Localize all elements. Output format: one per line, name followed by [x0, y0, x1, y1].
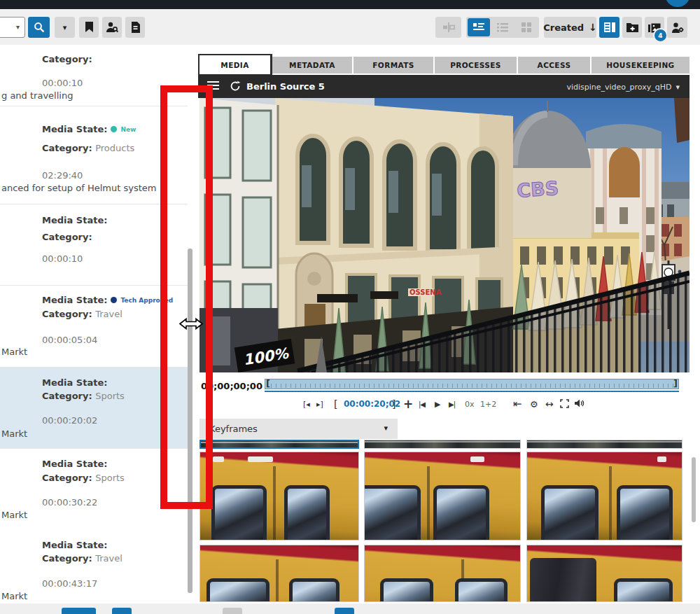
item-title: anced for setup of Helmut system	[1, 183, 156, 193]
user-search-button[interactable]	[102, 17, 122, 38]
view-mode-group	[466, 17, 539, 38]
user-settings-button[interactable]	[667, 17, 687, 38]
next-frame-button[interactable]: ▶|	[449, 397, 455, 411]
previous-frame-button[interactable]: |◀	[419, 397, 425, 411]
saved-searches-button[interactable]	[79, 17, 99, 38]
cafe-sign-text: OSSENA	[410, 288, 442, 296]
format-selector[interactable]: vidispine_video_proxy_qHD ▾	[566, 83, 680, 92]
panel-layout-icon	[604, 22, 615, 32]
chevron-down-icon[interactable]: ▾	[16, 23, 20, 31]
pagination-button[interactable]	[112, 608, 132, 614]
media-bin-count-badge: 4	[653, 28, 668, 43]
keyframe-thumbnail[interactable]	[364, 440, 521, 449]
pagination-button[interactable]	[335, 608, 354, 614]
train-still	[365, 545, 520, 602]
state-dot-new	[111, 126, 117, 132]
list-item[interactable]: Media State: New Category: Products 02:2…	[0, 106, 188, 204]
tab-metadata[interactable]: METADATA	[272, 57, 352, 74]
keyframe-thumbnail[interactable]	[526, 452, 682, 540]
top-bar	[0, 0, 700, 9]
keyframes-dropdown[interactable]: Keyframes ▾	[200, 419, 398, 439]
arrow-down-icon: ↓	[589, 22, 597, 33]
list-item-selected[interactable]: Media State: Category: Sports 00:00:20:0…	[0, 368, 188, 449]
player-header: Berlin Source 5 vidispine_video_proxy_qH…	[198, 75, 690, 98]
sort-created-button[interactable]: Created ↓	[544, 17, 596, 38]
fit-width-icon[interactable]: ↔	[545, 397, 554, 411]
timeline-scrubber[interactable]: [ ]	[265, 379, 679, 389]
goto-in-button[interactable]: [◂	[303, 397, 310, 411]
train-still	[527, 545, 682, 602]
category-row: Category: Travel	[42, 309, 122, 319]
graffiti-text: CBS	[516, 177, 559, 202]
search-input[interactable]: ▾	[0, 17, 25, 38]
keyframe-thumbnail[interactable]	[526, 545, 682, 602]
search-results-list: Category: 00:00:10 g and travelling Medi…	[0, 45, 188, 603]
state-dot-tech-approved	[111, 297, 117, 303]
keyframe-thumbnail[interactable]	[364, 452, 521, 540]
keyframe-thumbnail[interactable]	[364, 545, 521, 602]
tab-housekeeping[interactable]: HOUSEKEEPING	[592, 57, 690, 74]
menu-icon[interactable]	[207, 81, 219, 92]
state-badge: New	[120, 126, 136, 133]
chevron-down-icon: ▾	[676, 83, 680, 92]
list-icon	[497, 22, 508, 32]
play-button[interactable]: ▶	[435, 397, 440, 411]
tab-processes[interactable]: PROCESSES	[435, 57, 517, 74]
grid-view-button[interactable]	[515, 18, 538, 36]
video-still-berlin-street: CBS	[200, 98, 690, 372]
refresh-icon[interactable]	[230, 81, 241, 92]
list-item[interactable]: Media State: Category: Travel 00:00:43:1…	[0, 530, 188, 603]
list-view-button[interactable]	[491, 18, 514, 36]
compare-button[interactable]	[435, 17, 461, 38]
duration: 00:00:30:22	[42, 497, 97, 508]
detail-list-view-button[interactable]	[468, 18, 490, 36]
mark-in-button[interactable]: [	[334, 397, 337, 411]
tab-formats[interactable]: FORMATS	[354, 57, 433, 74]
user-search-icon	[106, 22, 118, 33]
fullscreen-icon[interactable]	[560, 399, 569, 408]
search-button[interactable]	[28, 17, 50, 38]
duration: 00:00:05:04	[42, 335, 97, 345]
item-title: Markt	[1, 510, 27, 520]
mark-out-button[interactable]: ]	[392, 397, 396, 411]
document-button[interactable]	[125, 17, 145, 38]
timeline-progress-track	[265, 391, 679, 392]
list-item[interactable]: Media State: Tech Approved Category: Tra…	[0, 286, 188, 368]
timeline-start-timecode: 00;00;00;00	[201, 381, 262, 391]
keyframe-thumbnail[interactable]	[200, 545, 359, 602]
pagination-button[interactable]	[62, 608, 96, 614]
media-state-row: Media State: Tech Approved	[42, 295, 173, 305]
keyframes-scrollbar[interactable]	[692, 457, 696, 522]
item-title: Markt	[1, 591, 27, 601]
video-frame[interactable]: CBS	[200, 98, 690, 372]
new-collection-button[interactable]	[622, 17, 642, 38]
jump-to-start-icon[interactable]: ⇤	[513, 397, 522, 411]
train-still	[200, 545, 358, 602]
list-item[interactable]: Category: 00:00:10 g and travelling	[0, 45, 188, 106]
keyframe-thumbnail[interactable]	[200, 452, 359, 540]
media-state-label: Media State:	[42, 215, 107, 225]
keyframe-thumbnail-selected[interactable]	[200, 440, 359, 449]
list-item[interactable]: Media State: Category: Sports 00:00:30:2…	[0, 449, 188, 531]
media-state-label: Media State:	[42, 377, 107, 388]
toggle-side-panel-button[interactable]	[599, 17, 620, 38]
media-state-label: Media State:	[42, 459, 107, 469]
tab-media[interactable]: MEDIA	[200, 55, 270, 74]
add-marker-button[interactable]: +	[403, 397, 413, 411]
search-options-button[interactable]: ▾	[55, 17, 75, 38]
goto-out-button[interactable]: ▸]	[316, 397, 323, 411]
user-avatar[interactable]	[665, 0, 690, 7]
audio-channels[interactable]: 1+2	[480, 397, 496, 411]
keyframe-thumbnail[interactable]	[526, 440, 682, 449]
tab-access[interactable]: ACCESS	[518, 57, 590, 74]
playback-speed[interactable]: 0x	[465, 397, 475, 411]
state-badge: Tech Approved	[120, 297, 173, 304]
main-toolbar: ▾ ▾	[0, 9, 700, 45]
list-item[interactable]: Media State: Category: 00:00:10	[0, 204, 188, 286]
item-title: Markt	[1, 428, 27, 439]
settings-gear-icon[interactable]: ⚙	[530, 397, 538, 411]
pagination-button[interactable]	[223, 608, 242, 614]
volume-icon[interactable]	[574, 398, 584, 408]
list-scrollbar[interactable]	[188, 249, 192, 593]
keyframes-dropdown-label: Keyframes	[209, 424, 258, 434]
